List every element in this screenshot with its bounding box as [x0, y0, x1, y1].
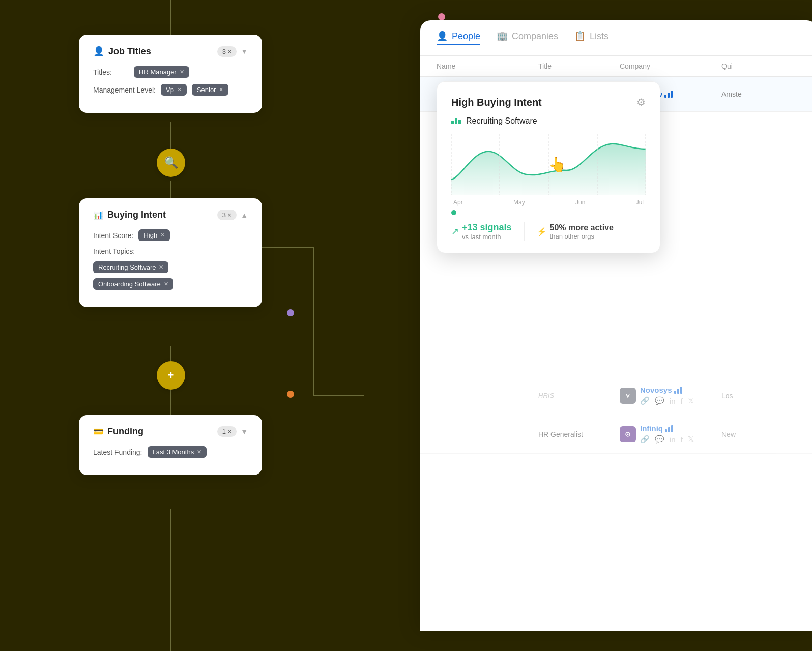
connector-dot-orange: [287, 391, 294, 398]
link-icon[interactable]: 🔗: [640, 396, 650, 405]
card-header: 📊 Buying Intent 3 × ▲: [93, 210, 248, 220]
buying-intent-badge: 3 ×: [217, 210, 237, 220]
col-qui: Qui: [721, 62, 782, 70]
person-icon: 👤: [93, 46, 104, 57]
svg-point-7: [627, 395, 629, 397]
facebook-icon[interactable]: f: [681, 435, 683, 444]
company-name-infiniq[interactable]: Infiniq: [640, 424, 694, 433]
chevron-down-icon[interactable]: ▼: [241, 47, 248, 55]
svg-point-10: [627, 433, 629, 435]
job-titles-card: 👤 Job Titles 3 × ▼ Titles: HR Manager ✕ …: [79, 35, 262, 113]
connector-dot-pink: [438, 13, 445, 20]
remove-last-3-months[interactable]: ✕: [197, 449, 201, 455]
stats-row: ↗ +13 signals vs last month ⚡ 50% more a…: [451, 222, 646, 241]
location: Los: [721, 392, 782, 400]
data-panel: 👤 People 🏢 Companies 📋 Lists Name Title …: [420, 20, 812, 631]
tooltip-title: High Buying Intent: [451, 97, 542, 108]
remove-senior[interactable]: ✕: [219, 86, 223, 93]
chart-container: [451, 134, 646, 195]
card-header-right: 1 × ▼: [217, 426, 248, 437]
facebook-icon[interactable]: f: [681, 397, 683, 405]
company-cell: Novosys 🔗 💬 in f 𝕏: [620, 386, 721, 405]
intent-bars-icon: [674, 387, 682, 394]
funding-title: Funding: [107, 426, 143, 437]
location: Amste: [721, 90, 782, 98]
connector-line: [170, 346, 171, 362]
linkedin-icon[interactable]: in: [670, 397, 676, 405]
latest-funding-label: Latest Funding:: [93, 448, 142, 456]
panel-tabs: 👤 People 🏢 Companies 📋 Lists: [420, 20, 812, 56]
linkedin-icon[interactable]: in: [670, 435, 676, 444]
intent-topics-label: Intent Topics:: [93, 247, 135, 255]
high-tag[interactable]: High ✕: [138, 229, 170, 241]
bolt-icon: ⚡: [537, 227, 547, 236]
person-name: —: [437, 430, 538, 438]
job-titles-title: Job Titles: [108, 46, 151, 57]
buying-intent-card: 📊 Buying Intent 3 × ▲ Intent Score: High…: [79, 198, 262, 307]
onboarding-software-tag[interactable]: Onboarding Software ✕: [93, 278, 173, 290]
card-header-right: 3 × ▲: [217, 210, 248, 220]
chart-label-jun: Jun: [575, 199, 585, 206]
person-title: HR Generalist: [538, 430, 620, 438]
hr-manager-tag[interactable]: HR Manager ✕: [134, 66, 189, 78]
chart-dot-row: [451, 210, 646, 215]
trending-up-icon: ↗: [451, 226, 459, 237]
remove-high[interactable]: ✕: [160, 232, 165, 239]
senior-tag[interactable]: Senior ✕: [192, 84, 229, 96]
card-header: 👤 Job Titles 3 × ▼: [93, 46, 248, 57]
card-title-group: 📊 Buying Intent: [93, 210, 166, 220]
intent-topic-name: Recruiting Software: [466, 116, 537, 126]
last-3-months-tag[interactable]: Last 3 Months ✕: [148, 446, 207, 458]
people-tab-label: People: [452, 31, 480, 42]
tab-people[interactable]: 👤 People: [437, 31, 480, 45]
card-title-group: 👤 Job Titles: [93, 46, 151, 57]
company-name-novosys[interactable]: Novosys: [640, 386, 694, 394]
intent-topic-row: Recruiting Software: [451, 116, 646, 126]
tab-companies[interactable]: 🏢 Companies: [497, 31, 558, 45]
chat-icon[interactable]: 💬: [655, 396, 664, 405]
buying-intent-tooltip: High Buying Intent ⚙ Recruiting Software: [437, 81, 660, 253]
remove-hr-manager[interactable]: ✕: [180, 69, 184, 75]
stat-signals: ↗ +13 signals vs last month: [451, 222, 512, 241]
vp-tag[interactable]: Vp ✕: [161, 84, 187, 96]
twitter-icon[interactable]: 𝕏: [688, 396, 694, 405]
intent-bars-icon: [665, 425, 673, 432]
connector-line: [170, 509, 171, 651]
chart-label-apr: Apr: [453, 199, 463, 206]
twitter-icon[interactable]: 𝕏: [688, 435, 694, 444]
card-title-group: 💳 Funding: [93, 426, 143, 437]
card-header: 💳 Funding 1 × ▼: [93, 426, 248, 437]
company-logo-infiniq: [620, 426, 636, 442]
intent-topics-tags-row: Recruiting Software ✕ Onboarding Softwar…: [93, 261, 248, 290]
intent-score-label: Intent Score:: [93, 231, 133, 240]
intent-bars-icon: [664, 91, 673, 98]
recruiting-software-tag[interactable]: Recruiting Software ✕: [93, 261, 168, 273]
chat-icon[interactable]: 💬: [655, 435, 664, 444]
search-node[interactable]: 🔍: [157, 149, 185, 177]
signals-label: vs last month: [462, 233, 512, 241]
chart-label-jul: Jul: [636, 199, 644, 206]
chart-label-may: May: [513, 199, 525, 206]
remove-recruiting-software[interactable]: ✕: [159, 264, 163, 271]
company-logo-novosys: [620, 388, 636, 404]
col-title: Title: [538, 62, 620, 70]
social-row: 🔗 💬 in f 𝕏: [640, 396, 694, 405]
chevron-up-icon[interactable]: ▲: [241, 211, 248, 219]
chevron-down-icon[interactable]: ▼: [241, 428, 248, 436]
buying-intent-title: Buying Intent: [107, 210, 166, 220]
connector-line: [313, 247, 314, 395]
management-level-row: Management Level: Vp ✕ Senior ✕: [93, 84, 248, 96]
active-value: 50% more active: [550, 223, 614, 232]
plus-node[interactable]: +: [157, 361, 185, 390]
chart-icon: 📊: [93, 210, 103, 220]
active-label: than other orgs: [550, 232, 614, 240]
table-row: — HR Generalist Infiniq: [420, 415, 812, 454]
link-icon[interactable]: 🔗: [640, 435, 650, 444]
gear-icon[interactable]: ⚙: [636, 96, 646, 108]
management-level-label: Management Level:: [93, 86, 156, 94]
funding-badge: 1 ×: [217, 426, 237, 437]
stat-divider: [524, 222, 525, 241]
remove-vp[interactable]: ✕: [177, 86, 182, 93]
remove-onboarding-software[interactable]: ✕: [164, 281, 168, 287]
tab-lists[interactable]: 📋 Lists: [574, 31, 608, 45]
